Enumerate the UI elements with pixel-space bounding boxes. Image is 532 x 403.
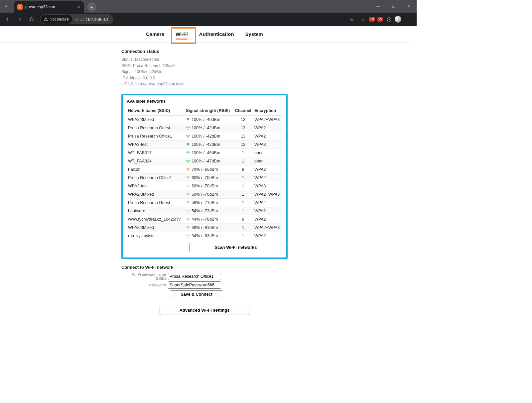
- network-encryption: WPA3: [253, 140, 282, 149]
- mdns-label: mDNS:: [121, 82, 134, 86]
- extension-icon[interactable]: ●: [359, 16, 366, 23]
- network-encryption: WPA2: [253, 173, 282, 182]
- network-row[interactable]: WPA2/3Mixed 100% / -40dBm 13 WPA2+WPA3: [127, 115, 282, 124]
- svg-point-1: [188, 121, 189, 122]
- svg-point-11: [188, 204, 189, 205]
- tab-close-icon[interactable]: ✕: [77, 5, 80, 10]
- ssid-input-label: Wi-Fi network name (SSID): [121, 272, 168, 280]
- network-row[interactable]: WT_FAA824 100% / -47dBm 1 open: [127, 157, 282, 165]
- network-channel: 1: [233, 190, 253, 198]
- network-row[interactable]: WPA3-test 60% / -70dBm 1 WPA3: [127, 182, 282, 190]
- nav-forward-icon[interactable]: [15, 14, 25, 24]
- network-channel: 1: [233, 223, 253, 232]
- svg-point-6: [188, 162, 189, 163]
- network-row[interactable]: WT_FAB317 100% / -46dBm 1 open: [127, 149, 282, 157]
- network-row[interactable]: Prusa Research Office1 100% / -42dBm 13 …: [127, 132, 282, 140]
- main-nav: Camera Wi-Fi Authentication System: [0, 26, 409, 40]
- svg-point-7: [188, 170, 189, 171]
- col-rssi: Signal strength (RSSI): [185, 106, 233, 115]
- nav-back-icon[interactable]: [3, 14, 13, 24]
- available-networks-section: Available networks Network name (SSID) S…: [121, 94, 288, 259]
- col-encryption: Encryption: [253, 106, 282, 115]
- security-label: Not secure: [50, 17, 69, 22]
- extension-badge-icon[interactable]: IO: [377, 17, 383, 22]
- password-input[interactable]: [168, 281, 221, 289]
- network-ssid: Prusa Research Guest: [127, 124, 185, 132]
- scan-wifi-button[interactable]: Scan Wi-Fi networks: [189, 243, 282, 252]
- window-minimize-icon[interactable]: —: [371, 0, 386, 13]
- ssid-input[interactable]: [168, 273, 221, 280]
- status-label: Status:: [121, 57, 134, 62]
- tab-system[interactable]: System: [245, 31, 263, 40]
- network-signal: 60% / -70dBm: [185, 190, 233, 198]
- connect-section-title: Connect to Wi-Fi network: [121, 265, 288, 270]
- ip-label: IP Address:: [121, 76, 142, 80]
- browser-tab[interactable]: C prusa-esp32cam ✕: [14, 1, 84, 13]
- warning-icon: [44, 17, 48, 21]
- tab-authentication[interactable]: Authentication: [199, 31, 234, 40]
- network-ssid: Prusa Research Office1: [127, 132, 185, 140]
- tab-camera[interactable]: Camera: [146, 31, 164, 40]
- bookmark-star-icon[interactable]: ☆: [347, 14, 357, 24]
- mdns-value: http://prusa-esp32cam.local: [135, 82, 184, 86]
- network-row[interactable]: WPA2/3Mixed 38% / -81dBm 1 WPA2+WPA3: [127, 223, 282, 232]
- network-row[interactable]: Prusa Research Guest 100% / -42dBm 13 WP…: [127, 124, 282, 132]
- network-channel: 13: [233, 132, 253, 140]
- network-channel: 1: [233, 182, 253, 190]
- network-row[interactable]: rpp_vystaviste 34% / -83dBm 1 WPA2: [127, 232, 282, 240]
- ip-value: 0.0.0.0: [143, 76, 155, 80]
- address-bar[interactable]: Not secure http://192.168.0.1: [40, 14, 113, 24]
- network-encryption: WPA2: [253, 207, 282, 215]
- reload-icon[interactable]: [27, 14, 37, 24]
- network-row[interactable]: Prusa Research Guest 58% / -71dBm 1 WPA2: [127, 198, 282, 207]
- network-signal: 54% / -73dBm: [185, 207, 233, 215]
- svg-point-10: [188, 195, 189, 196]
- ublock-icon[interactable]: uO: [369, 17, 375, 22]
- network-channel: 13: [233, 124, 253, 132]
- wifi-tab-highlight: [171, 27, 196, 44]
- col-channel: Channel: [233, 106, 253, 115]
- profile-avatar[interactable]: [395, 16, 401, 23]
- network-channel: 1: [233, 198, 253, 207]
- url-protocol: http://: [75, 17, 86, 22]
- networks-table: Network name (SSID) Signal strength (RSS…: [127, 106, 282, 240]
- browser-menu-icon[interactable]: ⋮: [404, 14, 414, 24]
- network-row[interactable]: Falcon 70% / -65dBm 8 WPA2: [127, 165, 282, 173]
- tabs-dropdown-icon[interactable]: [0, 0, 13, 13]
- save-connect-button[interactable]: Save & Connect: [170, 290, 223, 298]
- network-encryption: WPA2: [253, 165, 282, 173]
- browser-tab-bar: C prusa-esp32cam ✕ + — ☐ ✕: [0, 0, 417, 13]
- ssid-label: SSID:: [121, 63, 132, 68]
- svg-point-8: [188, 179, 189, 180]
- network-ssid: WPA3-test: [127, 140, 185, 149]
- available-networks-title: Available networks: [127, 99, 282, 104]
- svg-point-13: [188, 220, 189, 221]
- network-encryption: open: [253, 157, 282, 165]
- network-signal: 34% / -83dBm: [185, 232, 233, 240]
- network-row[interactable]: www.rychlydrat.cz_10425RV 44% / -78dBm 9…: [127, 215, 282, 223]
- window-maximize-icon[interactable]: ☐: [386, 0, 401, 13]
- network-channel: 1: [233, 232, 253, 240]
- svg-point-12: [188, 212, 189, 213]
- network-row[interactable]: beatworx 54% / -73dBm 1 WPA2: [127, 207, 282, 215]
- window-close-icon[interactable]: ✕: [401, 0, 417, 13]
- nav-divider: [0, 42, 409, 43]
- svg-point-2: [188, 129, 189, 130]
- network-row[interactable]: Prusa Research Office1 60% / -70dBm 1 WP…: [127, 173, 282, 182]
- network-encryption: WPA2: [253, 198, 282, 207]
- advanced-wifi-button[interactable]: Advanced Wi-Fi settings: [160, 306, 249, 315]
- network-channel: 13: [233, 115, 253, 124]
- status-value: Disconnected: [135, 57, 159, 62]
- network-signal: 100% / -42dBm: [185, 124, 233, 132]
- network-signal: 60% / -70dBm: [185, 182, 233, 190]
- network-row[interactable]: WPA2/3Mixed 60% / -70dBm 1 WPA2+WPA3: [127, 190, 282, 198]
- network-channel: 13: [233, 140, 253, 149]
- svg-point-3: [188, 137, 189, 138]
- security-pill[interactable]: Not secure: [41, 15, 72, 24]
- network-signal: 100% / -40dBm: [185, 115, 233, 124]
- network-row[interactable]: WPA3-test 100% / -42dBm 13 WPA3: [127, 140, 282, 149]
- network-ssid: WT_FAA824: [127, 157, 185, 165]
- network-signal: 100% / -46dBm: [185, 149, 233, 157]
- extensions-menu-icon[interactable]: [385, 16, 392, 23]
- new-tab-button[interactable]: +: [87, 2, 96, 12]
